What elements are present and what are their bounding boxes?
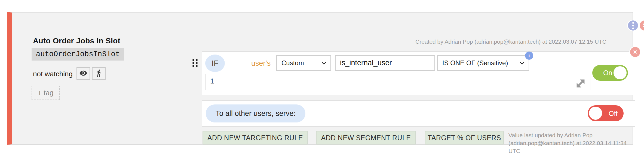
chevron-down-icon <box>321 61 327 65</box>
card-close-button[interactable]: ✕ <box>640 20 644 31</box>
drag-handle[interactable] <box>192 59 198 68</box>
close-icon: ✕ <box>633 49 637 55</box>
expand-textarea-icon[interactable] <box>576 79 585 88</box>
remove-rule-button[interactable]: ✕ <box>630 47 640 57</box>
kebab-menu-icon <box>632 22 634 29</box>
attribute-type-select[interactable]: Custom <box>276 55 331 71</box>
default-serve-toggle-off[interactable]: Off <box>588 105 624 121</box>
attribute-type-value: Custom <box>281 59 304 67</box>
flag-title: Auto Order Jobs In Slot <box>33 37 120 45</box>
walking-person-icon <box>95 69 103 78</box>
close-icon: ✕ <box>642 22 644 29</box>
eye-icon <box>79 69 87 78</box>
add-segment-rule-button[interactable]: ADD NEW SEGMENT RULE <box>316 131 416 145</box>
subject-label: user's <box>251 59 271 68</box>
comparison-value-textarea[interactable]: 1 <box>206 74 590 90</box>
created-by-text: Created by Adrian Pop (adrian.pop@kantan… <box>415 38 606 45</box>
target-percentage-button[interactable]: TARGET % OF USERS <box>425 131 504 145</box>
rule-serve-toggle-on[interactable]: On <box>592 65 628 81</box>
feature-flag-card: Auto Order Jobs In Slot autoOrderJobsInS… <box>7 12 633 145</box>
user-targeting-button[interactable] <box>92 67 106 80</box>
toggle-on-label: On <box>603 69 612 77</box>
chevron-down-icon <box>519 61 525 65</box>
comparator-value: IS ONE OF (Sensitive) <box>442 59 508 67</box>
toggle-knob <box>589 107 602 120</box>
add-targeting-rule-button[interactable]: ADD NEW TARGETING RULE <box>203 131 308 145</box>
flag-key: autoOrderJobsInSlot <box>32 48 124 61</box>
toggle-knob <box>614 66 627 79</box>
watch-flag-button[interactable] <box>76 67 90 80</box>
default-rule-label-pill: To all other users, serve: <box>206 104 305 122</box>
add-tag-button[interactable]: + tag <box>32 86 60 100</box>
comparator-select[interactable]: IS ONE OF (Sensitive) <box>437 55 529 71</box>
watch-status-label: not watching <box>33 70 73 78</box>
info-icon[interactable]: i <box>525 52 533 60</box>
feature-flag-screen: Auto Order Jobs In Slot autoOrderJobsInS… <box>0 0 644 156</box>
last-updated-text: Value last updated by Adrian Pop (adrian… <box>508 131 633 155</box>
card-kebab-menu-button[interactable] <box>628 20 638 31</box>
if-label-pill: IF <box>205 55 225 72</box>
toggle-off-label: Off <box>609 109 618 117</box>
attribute-name-input[interactable] <box>335 55 435 71</box>
